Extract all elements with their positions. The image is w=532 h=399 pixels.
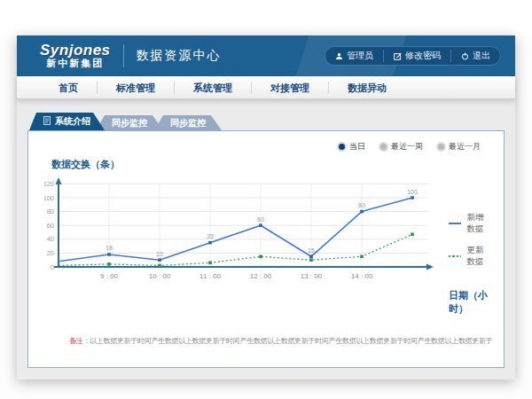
user-menu-admin-label: 管理员: [347, 50, 373, 62]
svg-text:0: 0: [51, 263, 54, 271]
content-panel: 当日 最近一周 最近一月 数据交换（条） 0204060801001209 : …: [27, 130, 505, 368]
logo-text-en: Synjones: [40, 43, 111, 59]
footnote-prefix: 备注: [69, 337, 82, 345]
nav-item-integration-mgmt[interactable]: 对接管理: [251, 82, 328, 94]
app-window: Synjones 新中新集团 数据资源中心 管理员 修改密码: [17, 35, 515, 379]
edit-icon: [394, 52, 402, 60]
change-password-label: 修改密码: [405, 50, 441, 62]
nav-item-system-mgmt[interactable]: 系统管理: [174, 82, 251, 94]
svg-text:120: 120: [44, 180, 54, 188]
nav-item-data-change[interactable]: 数据异动: [328, 82, 405, 94]
svg-text:40: 40: [47, 235, 54, 243]
svg-text:18: 18: [106, 245, 113, 251]
radio-last-month-label: 最近一月: [449, 141, 481, 153]
svg-text:60: 60: [47, 222, 54, 230]
logo-text-cn: 新中新集团: [46, 59, 104, 69]
user-menu: 管理员 修改密码 退出: [325, 46, 501, 66]
page-title: 数据资源中心: [137, 48, 222, 64]
legend-item-updated-data: 更新数据: [449, 245, 488, 268]
radio-last-week-label: 最近一周: [391, 141, 423, 153]
user-icon: [335, 52, 343, 60]
chart-y-axis-label: 数据交换（条）: [51, 158, 488, 171]
nav-item-home[interactable]: 首页: [40, 82, 97, 94]
legend-item-new-data: 新增数据: [449, 212, 488, 235]
legend-label-new-data: 新增数据: [467, 212, 488, 235]
footnote-text: ：以上数据更新于时间产生数据以上数据更新于时间产生数据以上数据更新于时间产生数据…: [82, 337, 492, 345]
user-menu-admin[interactable]: 管理员: [325, 50, 383, 62]
svg-text:35: 35: [207, 233, 214, 239]
radio-dot-icon: [438, 144, 444, 150]
brand-logo: Synjones 新中新集团: [40, 43, 111, 68]
radio-dot-icon: [339, 144, 345, 150]
brand-divider: [123, 44, 124, 67]
svg-text:80: 80: [47, 207, 54, 215]
svg-text:80: 80: [358, 202, 365, 208]
tab-sync-monitor-1-label: 同步监控: [112, 117, 147, 129]
svg-text:60: 60: [257, 216, 264, 223]
header: Synjones 新中新集团 数据资源中心 管理员 修改密码: [17, 35, 515, 76]
time-range-filter: 当日 最近一周 最近一月: [44, 141, 481, 153]
tab-system-intro-label: 系统介绍: [55, 115, 90, 128]
legend-swatch-new-data: [449, 223, 461, 224]
radio-last-month[interactable]: 最近一月: [438, 141, 481, 153]
stage: Synjones 新中新集团 数据资源中心 管理员 修改密码: [0, 35, 532, 399]
page-body: 系统介绍 同步监控 同步监控 当日 最近一周: [17, 99, 515, 368]
footnote: 备注：以上数据更新于时间产生数据以上数据更新于时间产生数据以上数据更新于时间产生…: [69, 337, 497, 346]
change-password-button[interactable]: 修改密码: [383, 50, 450, 62]
svg-text:20: 20: [47, 249, 54, 257]
svg-text:100: 100: [44, 194, 54, 202]
chart-x-axis-label: 日期（小时）: [449, 289, 488, 316]
tab-bar: 系统介绍 同步监控 同步监控: [29, 113, 505, 130]
legend-swatch-updated-data: [449, 255, 461, 257]
legend-label-updated-data: 更新数据: [467, 245, 488, 268]
radio-today-label: 当日: [349, 141, 365, 153]
svg-text:12 : 00: 12 : 00: [250, 272, 272, 280]
line-chart: 0204060801001209 : 0010 : 0011 : 0012 : …: [44, 173, 445, 292]
svg-text:15: 15: [308, 247, 315, 254]
document-icon: [43, 116, 51, 127]
svg-text:11 : 00: 11 : 00: [200, 272, 221, 280]
tab-sync-monitor-2-label: 同步监控: [170, 117, 206, 129]
tab-system-intro[interactable]: 系统介绍: [29, 113, 105, 130]
power-icon: [461, 52, 469, 60]
tab-sync-monitor-1[interactable]: 同步监控: [96, 115, 163, 130]
svg-text:10: 10: [156, 251, 163, 257]
logout-label: 退出: [473, 50, 490, 62]
nav-item-standard-mgmt[interactable]: 标准管理: [97, 82, 174, 94]
chart-area: 0204060801001209 : 0010 : 0011 : 0012 : …: [44, 173, 488, 316]
svg-text:13 : 00: 13 : 00: [301, 272, 323, 280]
svg-text:100: 100: [407, 189, 418, 195]
svg-text:14 : 00: 14 : 00: [351, 272, 373, 280]
radio-dot-icon: [380, 144, 387, 150]
logout-button[interactable]: 退出: [450, 50, 500, 62]
chart-side: 新增数据 更新数据 日期（小时）: [449, 173, 488, 316]
radio-last-week[interactable]: 最近一周: [380, 141, 423, 153]
svg-text:10 : 00: 10 : 00: [149, 272, 171, 280]
svg-text:9 : 00: 9 : 00: [100, 272, 119, 280]
radio-today[interactable]: 当日: [339, 141, 365, 153]
main-nav: 首页 标准管理 系统管理 对接管理 数据异动: [17, 76, 515, 99]
tab-sync-monitor-2[interactable]: 同步监控: [154, 115, 222, 130]
